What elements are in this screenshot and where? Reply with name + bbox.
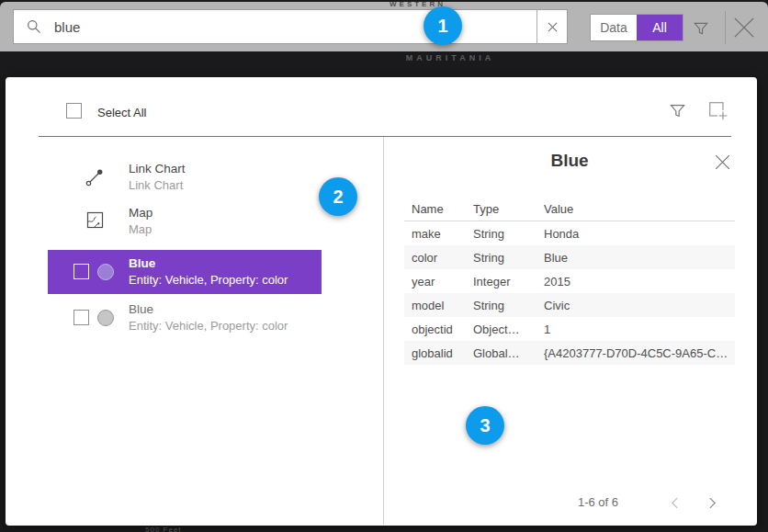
panel-header-divider (39, 136, 731, 137)
annotation-callout-1: 1 (424, 6, 462, 45)
map-icon (86, 211, 104, 232)
cell-type: String (473, 227, 544, 241)
cell-value: Civic (544, 299, 735, 312)
chevron-left-icon (671, 497, 679, 509)
result-subtitle: Link Chart (129, 178, 186, 192)
table-row: model String Civic (404, 293, 735, 317)
list-detail-divider (383, 137, 384, 525)
filter-funnel-icon (693, 20, 709, 37)
cell-name: globalid (404, 346, 473, 360)
cell-type: String (473, 299, 544, 312)
result-checkbox[interactable] (73, 264, 89, 279)
detail-close-button[interactable] (713, 153, 731, 171)
chevron-right-icon (708, 497, 717, 509)
table-row: year Integer 2015 (404, 269, 735, 293)
search-toolbar: Data All (0, 2, 768, 51)
close-x-icon (715, 154, 730, 170)
result-subtitle: Entity: Vehicle, Property: color (129, 319, 322, 333)
result-subtitle: Map (129, 222, 152, 236)
annotation-callout-3: 3 (466, 406, 504, 445)
cell-name: make (404, 227, 473, 241)
result-subtitle: Entity: Vehicle, Property: color (129, 273, 322, 287)
table-row: color String Blue (404, 245, 735, 269)
square-plus-icon (707, 100, 728, 121)
cell-name: year (404, 275, 473, 289)
toolbar-divider (725, 11, 726, 44)
table-row: globalid Global… {A4203777-D70D-4C5C-9A6… (404, 341, 735, 365)
filter-funnel-icon (669, 102, 686, 119)
clear-x-icon (548, 22, 558, 32)
result-item-link-chart[interactable]: Link Chart Link Chart (85, 162, 186, 192)
close-x-icon (732, 16, 756, 40)
result-item-map[interactable]: Map Map (85, 206, 152, 236)
column-header-name: Name (404, 202, 473, 216)
select-all-label: Select All (97, 106, 146, 119)
result-title: Map (129, 206, 152, 220)
cell-value: 1 (544, 323, 735, 336)
close-search-button[interactable] (729, 14, 759, 41)
annotation-callout-2: 2 (319, 177, 357, 216)
cell-type: Integer (473, 275, 544, 289)
search-box (13, 9, 568, 44)
attribute-table-header: Name Type Value (404, 197, 735, 221)
link-chart-icon (85, 167, 105, 191)
map-scale-label: 500 Feet (145, 526, 182, 532)
table-row: make String Honda (404, 221, 735, 245)
result-item-blue-selected[interactable]: Blue Entity: Vehicle, Property: color (48, 250, 322, 294)
attribute-table: Name Type Value make String Honda color … (404, 197, 735, 365)
pagination-range-label: 1-6 of 6 (557, 495, 639, 509)
select-all-checkbox[interactable] (66, 103, 82, 119)
results-filter-button[interactable] (669, 102, 689, 122)
scope-all-button[interactable]: All (637, 15, 683, 40)
cell-value: 2015 (544, 275, 735, 289)
column-header-type: Type (473, 202, 544, 216)
result-title: Blue (129, 302, 322, 316)
search-icon (14, 10, 54, 43)
result-checkbox[interactable] (73, 310, 89, 325)
cell-value: Honda (544, 227, 735, 241)
pagination-prev-button[interactable] (665, 493, 683, 512)
cell-name: objectid (404, 323, 473, 336)
detail-title: Blue (404, 151, 735, 171)
entity-circle-icon (97, 310, 114, 326)
search-scope-toggle: Data All (590, 14, 683, 41)
scope-data-button[interactable]: Data (591, 15, 637, 40)
cell-type: Global… (473, 346, 544, 360)
cell-value: Blue (544, 251, 735, 265)
column-header-value: Value (544, 202, 735, 216)
search-input[interactable] (54, 10, 536, 43)
entity-circle-icon (97, 264, 114, 280)
table-row: objectid Object… 1 (404, 317, 735, 341)
cell-type: String (473, 251, 544, 265)
result-item-blue[interactable]: Blue Entity: Vehicle, Property: color (48, 298, 322, 338)
add-to-map-button[interactable] (707, 100, 729, 122)
clear-search-button[interactable] (536, 10, 567, 43)
map-label-mauritania: MAURITANIA (377, 53, 524, 62)
cell-type: Object… (473, 323, 544, 336)
search-results-panel: Select All Link Chart Link Chart Map Map… (6, 77, 757, 526)
pagination-next-button[interactable] (703, 493, 721, 512)
cell-name: color (404, 251, 473, 265)
cell-name: model (404, 299, 473, 312)
filter-button[interactable] (689, 17, 713, 40)
result-title: Link Chart (129, 162, 186, 175)
result-title: Blue (129, 256, 322, 270)
cell-value: {A4203777-D70D-4C5C-9A65-C… (544, 346, 735, 360)
